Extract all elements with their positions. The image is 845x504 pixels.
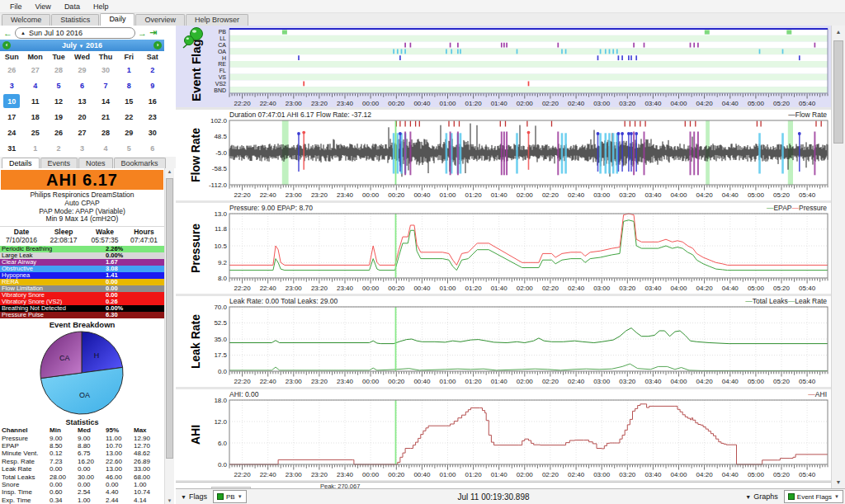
- x-tick-label: 01:00: [439, 378, 456, 385]
- sidebar-scrollbar-thumb[interactable]: [166, 178, 173, 459]
- calendar-day[interactable]: 4: [23, 78, 46, 93]
- tab-help-browser[interactable]: Help Browser: [186, 14, 248, 26]
- stat-header: Med: [78, 426, 106, 434]
- x-tick-label: 04:20: [696, 378, 714, 385]
- flow-rate-plot[interactable]: 102.048.5-5.0-58.5-112.022:2022:4023:002…: [176, 110, 831, 200]
- graphs-collapse-icon[interactable]: ▼: [745, 494, 751, 500]
- calendar-day[interactable]: 23: [141, 109, 164, 125]
- detail-tab-notes[interactable]: Notes: [78, 158, 113, 168]
- calendar-day[interactable]: 1: [117, 62, 140, 78]
- graphs-scrollbar-thumb[interactable]: [833, 40, 843, 144]
- stat-value: 9.00: [50, 435, 78, 442]
- calendar-day[interactable]: 3: [70, 140, 93, 156]
- graphs-dropdown[interactable]: Event Flags ▼: [784, 490, 843, 503]
- current-date-label: Sun Jul 10 2016: [29, 29, 83, 37]
- x-tick-label: 22:40: [260, 191, 277, 199]
- menu-help[interactable]: Help: [87, 2, 116, 12]
- calendar-day[interactable]: 13: [70, 93, 93, 109]
- calendar-day[interactable]: 17: [0, 109, 23, 125]
- calendar-day[interactable]: 1: [23, 140, 46, 156]
- calendar-day[interactable]: 22: [117, 109, 140, 125]
- calendar-day[interactable]: 6: [141, 140, 164, 156]
- session-header: Hours: [125, 228, 163, 236]
- calendar-day[interactable]: 6: [70, 78, 93, 93]
- calendar-day[interactable]: 8: [117, 78, 140, 93]
- calendar-day[interactable]: 27: [70, 125, 93, 140]
- menu-view[interactable]: View: [29, 2, 58, 12]
- date-selector[interactable]: ▲ Sun Jul 10 2016: [15, 27, 135, 39]
- pie-slice-label: OA: [79, 391, 90, 399]
- calendar-day[interactable]: 7: [94, 78, 117, 93]
- event-summary-list: Periodic Breathing2.26%Large Leak0.00%Cl…: [0, 246, 164, 318]
- flags-dropdown[interactable]: PB ▼: [213, 490, 247, 503]
- calendar-day[interactable]: 14: [94, 93, 117, 109]
- calendar-day[interactable]: 21: [94, 109, 117, 125]
- calendar-day[interactable]: 29: [117, 125, 140, 140]
- next-month-button[interactable]: ›: [153, 41, 162, 49]
- flags-collapse-icon[interactable]: ▼: [181, 494, 186, 500]
- calendar-day[interactable]: 11: [23, 93, 46, 109]
- next-day-button[interactable]: →: [138, 28, 147, 38]
- calendar-day[interactable]: 19: [47, 109, 70, 125]
- latest-day-button[interactable]: ⇥: [149, 27, 157, 38]
- tab-statistics[interactable]: Statistics: [51, 14, 99, 26]
- detail-tab-bookmarks[interactable]: Bookmarks: [114, 158, 166, 168]
- calendar-day[interactable]: 25: [23, 125, 46, 140]
- menu-file[interactable]: File: [3, 2, 29, 12]
- prev-month-button[interactable]: ‹: [2, 41, 11, 49]
- calendar-day[interactable]: 31: [0, 140, 23, 156]
- calendar-day[interactable]: 28: [94, 125, 117, 140]
- calendar-day[interactable]: 16: [141, 93, 164, 109]
- event-summary-row[interactable]: Hypopnea1.41: [0, 272, 164, 279]
- detail-tab-details[interactable]: Details: [2, 158, 40, 168]
- scroll-down-icon[interactable]: ▼: [832, 476, 845, 488]
- x-tick-label: 02:20: [542, 285, 559, 292]
- event-summary-row[interactable]: Pressure Pulse6.30: [0, 312, 164, 318]
- tab-overview[interactable]: Overview: [135, 14, 185, 26]
- calendar-day[interactable]: 15: [117, 93, 140, 109]
- calendar-day[interactable]: 27: [23, 62, 46, 78]
- ahi-plot[interactable]: 18.012.06.00.022:2022:4023:0023:2023:400…: [176, 389, 831, 480]
- calendar-month-year[interactable]: July ▼ 2016: [62, 41, 102, 49]
- calendar-day[interactable]: 2: [141, 62, 164, 78]
- calendar-day[interactable]: 18: [23, 109, 46, 125]
- calendar-day[interactable]: 26: [0, 62, 23, 78]
- leak-rate-plot[interactable]: 70.052.535.017.50.022:2022:4023:0023:202…: [176, 296, 831, 387]
- calendar-day[interactable]: 5: [117, 140, 140, 156]
- scroll-up-icon[interactable]: ▲: [165, 169, 174, 174]
- calendar-day[interactable]: 26: [47, 125, 70, 140]
- calendar-day[interactable]: 5: [47, 78, 70, 93]
- calendar-day[interactable]: 10: [3, 94, 20, 108]
- menu-data[interactable]: Data: [58, 2, 87, 12]
- calendar-day[interactable]: 9: [141, 78, 164, 93]
- prev-day-button[interactable]: ←: [3, 28, 12, 38]
- pushpin-icon[interactable]: [180, 26, 206, 49]
- calendar-day[interactable]: 3: [0, 78, 23, 93]
- x-tick-label: 00:40: [413, 285, 431, 292]
- calendar-day[interactable]: 20: [70, 109, 93, 125]
- pressure-plot[interactable]: 13.011.810.59.28.022:2022:4023:0023:2023…: [176, 203, 831, 294]
- graphs-scrollbar[interactable]: ▲ ▼: [831, 26, 845, 488]
- scroll-up-icon[interactable]: ▲: [832, 26, 845, 38]
- detail-tab-events[interactable]: Events: [40, 158, 78, 168]
- calendar-day[interactable]: 30: [141, 125, 164, 140]
- calendar-day[interactable]: 28: [47, 62, 70, 78]
- tab-daily[interactable]: Daily: [100, 13, 135, 26]
- sidebar-scrollbar[interactable]: ▲ ▼: [164, 168, 174, 504]
- flags-dropdown-value: PB: [226, 493, 235, 501]
- legend-label: Leak Rate: [795, 297, 827, 305]
- pie-slice-H[interactable]: [82, 332, 123, 373]
- tab-welcome[interactable]: Welcome: [2, 14, 50, 26]
- calendar-day[interactable]: 2: [47, 140, 70, 156]
- stat-value: 6.75: [78, 450, 106, 457]
- calendar-day[interactable]: 30: [94, 62, 117, 78]
- calendar-day[interactable]: 4: [94, 140, 117, 156]
- scroll-down-icon[interactable]: ▼: [165, 498, 174, 503]
- calendar-day[interactable]: 12: [47, 93, 70, 109]
- x-tick-label: 02:20: [542, 191, 559, 199]
- event-flags-plot[interactable]: PBLLCAOAHREFLVSVS2BND22:2022:4023:0023:2…: [176, 26, 831, 107]
- calendar-day[interactable]: 29: [70, 62, 93, 78]
- stat-value: 0.00: [106, 481, 134, 488]
- calendar-day[interactable]: 24: [0, 125, 23, 140]
- x-tick-label: 03:40: [644, 471, 662, 478]
